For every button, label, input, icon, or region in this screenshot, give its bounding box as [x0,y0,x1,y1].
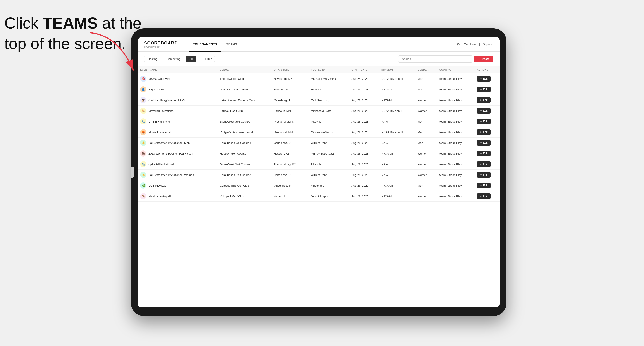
instruction-bold: TEAMS [43,14,98,32]
cell-gender: Women [415,106,437,116]
cell-division: NCAA Division II [379,106,415,116]
event-name-text: Maverick Invitational [148,109,174,113]
cell-actions: ✏ Edit [474,116,500,127]
edit-button[interactable]: ✏ Edit [477,140,491,146]
col-city-state: CITY, STATE [271,66,308,73]
col-event-name: EVENT NAME [138,66,217,73]
event-name-text: UPIKE Fall Invite [148,120,170,123]
col-actions: ACTIONS [474,66,500,73]
col-division: DIVISION [379,66,415,73]
edit-icon: ✏ [480,195,482,198]
edit-button[interactable]: ✏ Edit [477,172,491,178]
cell-actions: ✏ Edit [474,73,500,84]
table-row: 🪶 Klash at Kokopelli Kokopelli Golf Club… [138,191,500,202]
table-row: 🦬 2023 Women's Hesston Fall Kickoff Hess… [138,148,500,159]
settings-icon[interactable]: ⚙ [456,41,461,47]
filter-icon: ☰ [201,57,204,61]
edit-button[interactable]: ✏ Edit [477,129,491,135]
cell-actions: ✏ Edit [474,84,500,95]
event-name-text: Morris Invitational [148,131,171,134]
edit-button[interactable]: ✏ Edit [477,97,491,103]
event-icon: ⚜️ [140,140,146,146]
edit-icon: ✏ [480,163,482,166]
table-row: 👤 Highland 36 Park Hills Golf Course Fre… [138,84,500,95]
cell-event-name: 🦬 2023 Women's Hesston Fall Kickoff [138,148,217,159]
cell-gender: Men [415,138,437,148]
cell-hosted: Vincennes [308,180,349,191]
edit-button[interactable]: ✏ Edit [477,151,491,156]
filter-all-button[interactable]: All [186,56,196,62]
table-row: 🐾 UPIKE Fall Invite StoneCrest Golf Cour… [138,116,500,127]
event-icon: 🪶 [140,193,146,199]
event-name-text: Fall Statesmen Invitational - Men [148,141,190,145]
cell-division: NAIA [379,159,415,170]
event-icon: ⚜️ [140,172,146,178]
cell-scoring: team, Stroke Play [437,116,474,127]
cell-hosted: Minnesota-Morris [308,127,349,138]
cell-gender: Men [415,84,437,95]
cell-gender: Men [415,116,437,127]
edit-button[interactable]: ✏ Edit [477,108,491,114]
cell-date: Aug 28, 2023 [349,159,379,170]
logo-sub: Powered by clippit [144,46,178,48]
event-name-text: Klash at Kokopelli [148,195,171,198]
nav-right: ⚙ Test User | Sign out [456,41,493,47]
cell-actions: ✏ Edit [474,138,500,148]
cell-actions: ✏ Edit [474,159,500,170]
nav-tabs: TOURNAMENTS TEAMS [188,37,242,51]
cell-venue: Edmundson Golf Course [217,138,271,148]
cell-venue: Hesston Golf Course [217,148,271,159]
tab-tournaments[interactable]: TOURNAMENTS [188,37,221,52]
cell-hosted: Murray State (OK) [308,148,349,159]
cell-hosted: William Penn [308,170,349,180]
cell-city: Hesston, KS [271,148,308,159]
event-name-text: MSMC Qualifying 1 [148,77,173,80]
cell-event-name: 🦅 Carl Sandburg Women FA23 [138,95,217,106]
cell-date: Aug 25, 2023 [349,84,379,95]
event-name-text: Carl Sandburg Women FA23 [148,99,185,102]
edit-button[interactable]: ✏ Edit [477,183,491,188]
edit-button[interactable]: ✏ Edit [477,161,491,167]
table-row: 🐾 upike fall invitational StoneCrest Gol… [138,159,500,170]
cell-event-name: 🐾 UPIKE Fall Invite [138,116,217,127]
col-hosted-by: HOSTED BY [308,66,349,73]
edit-button[interactable]: ✏ Edit [477,76,491,82]
cell-scoring: team, Stroke Play [437,180,474,191]
cell-venue: Kokopelli Golf Club [217,191,271,202]
table-row: 🌿 VU PREVIEW Cypress Hills Golf Club Vin… [138,180,500,191]
cell-scoring: team, Stroke Play [437,191,474,202]
cell-event-name: ⚜️ Fall Statesmen Invitational - Women [138,170,217,180]
sign-out-link[interactable]: Sign out [483,43,493,46]
edit-button[interactable]: ✏ Edit [477,87,491,92]
cell-actions: ✏ Edit [474,106,500,116]
event-name-text: upike fall invitational [148,163,174,166]
tab-teams[interactable]: TEAMS [222,37,242,52]
search-input[interactable] [398,55,472,63]
filter-competing-button[interactable]: Competing [163,56,184,62]
cell-venue: Faribault Golf Club [217,106,271,116]
cell-date: Aug 28, 2023 [349,116,379,127]
cell-date: Aug 28, 2023 [349,127,379,138]
cell-division: NCAA Division III [379,127,415,138]
tablet-frame: SCOREBOARD Powered by clippit TOURNAMENT… [131,28,506,316]
cell-actions: ✏ Edit [474,180,500,191]
cell-gender: Men [415,127,437,138]
edit-icon: ✏ [480,77,482,80]
edit-button[interactable]: ✏ Edit [477,193,491,199]
cell-date: Aug 26, 2023 [349,95,379,106]
cell-division: NJCAA II [379,148,415,159]
cell-city: Oskaloosa, IA [271,138,308,148]
cell-city: Galesburg, IL [271,95,308,106]
event-icon: 🐾 [140,118,146,125]
cell-city: Newburgh, NY [271,73,308,84]
cell-date: Aug 28, 2023 [349,191,379,202]
edit-button[interactable]: ✏ Edit [477,119,491,124]
cell-event-name: 🌿 VU PREVIEW [138,180,217,191]
filter-dropdown-button[interactable]: ☰ Filter [198,56,215,62]
event-name-text: 2023 Women's Hesston Fall Kickoff [148,152,193,155]
event-icon: 🦅 [140,97,146,103]
cell-city: Vincennes, IN [271,180,308,191]
arrow-annotation [83,30,148,78]
create-button[interactable]: + Create [474,56,493,62]
col-venue: VENUE [217,66,271,73]
